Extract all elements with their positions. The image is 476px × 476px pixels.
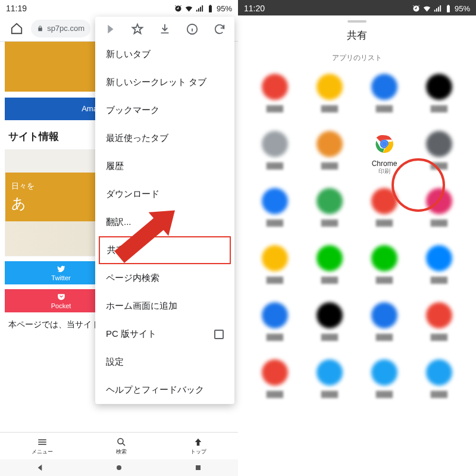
app-label: ████: [431, 331, 447, 343]
svg-rect-2: [196, 465, 201, 470]
nav-search-label: 検索: [116, 449, 127, 455]
app-label: ████: [376, 274, 393, 286]
share-target[interactable]: ████: [248, 359, 302, 400]
share-target[interactable]: ████: [412, 359, 466, 400]
annotation-circle: [392, 158, 445, 212]
app-label: ████: [376, 217, 393, 228]
pocket-label: Pocket: [51, 302, 71, 309]
share-target[interactable]: ████: [248, 188, 302, 228]
app-icon: [371, 74, 397, 100]
share-target[interactable]: ████: [302, 131, 357, 171]
app-icon: [371, 131, 397, 157]
back-icon[interactable]: [35, 463, 45, 472]
app-label: ████: [321, 159, 338, 171]
menu-help[interactable]: ヘルプとフィードバック: [95, 376, 234, 404]
nav-search[interactable]: 検索: [116, 437, 127, 456]
system-nav: [0, 459, 238, 476]
battery-icon: [444, 4, 453, 13]
sheet-subtitle: アプリのリスト: [238, 51, 476, 70]
home-pill-icon[interactable]: [114, 463, 124, 472]
battery-pct: 95%: [217, 4, 232, 13]
twitter-icon: [57, 265, 66, 273]
hamburger-icon: [37, 437, 48, 447]
menu-desktop-site[interactable]: PC 版サイト: [95, 320, 234, 348]
sheet-title: 共有: [238, 26, 476, 51]
app-icon: [426, 74, 452, 100]
app-label: ████: [321, 331, 338, 343]
share-target[interactable]: ████: [248, 245, 302, 286]
url-bar[interactable]: sp7pc.com: [31, 20, 90, 37]
share-target[interactable]: ████: [302, 74, 357, 114]
menu-new-tab[interactable]: 新しいタブ: [95, 40, 234, 68]
menu-action-row: [95, 17, 234, 40]
nav-top-label: トップ: [190, 449, 206, 455]
share-target[interactable]: ████: [302, 359, 357, 400]
menu-add-to-home[interactable]: ホーム画面に追加: [95, 292, 234, 320]
share-target[interactable]: ████: [248, 302, 302, 343]
menu-settings[interactable]: 設定: [95, 348, 234, 376]
share-sheet: 共有 アプリのリスト ████████████████████████Chrom…: [238, 15, 476, 476]
nav-menu[interactable]: メニュー: [32, 437, 53, 456]
app-label: ████: [431, 274, 447, 286]
pocket-icon: [57, 293, 66, 301]
screenshot-right: 11:20 95% 共有 アプリのリスト ███████████████████…: [238, 0, 476, 476]
app-label: ████: [267, 388, 283, 400]
nav-top[interactable]: トップ: [190, 437, 206, 456]
share-target[interactable]: ████: [302, 188, 357, 228]
share-target[interactable]: ████: [412, 302, 466, 343]
app-icon: [317, 188, 343, 214]
bottom-nav: メニュー 検索 トップ: [0, 432, 238, 459]
share-target[interactable]: ████: [357, 74, 412, 114]
app-icon: [317, 359, 343, 386]
share-target[interactable]: ████: [357, 245, 412, 286]
menu-recent-tabs[interactable]: 最近使ったタブ: [95, 124, 234, 152]
app-icon: [262, 302, 288, 328]
share-target[interactable]: ████: [248, 74, 302, 114]
signal-icon: [195, 4, 204, 13]
info-icon[interactable]: [186, 23, 199, 36]
search-icon: [116, 437, 127, 447]
card-small: 日々を: [11, 181, 35, 190]
app-icon: [426, 302, 452, 328]
app-label: ████: [431, 102, 447, 114]
share-target[interactable]: ████: [412, 74, 466, 114]
share-target[interactable]: ████: [357, 302, 412, 343]
desktop-checkbox[interactable]: [214, 330, 224, 339]
menu-find-in-page[interactable]: ページ内検索: [95, 264, 234, 292]
svg-point-1: [117, 465, 121, 470]
menu-history[interactable]: 履歴: [95, 152, 234, 180]
refresh-icon[interactable]: [213, 23, 226, 36]
star-icon[interactable]: [131, 23, 144, 36]
svg-point-7: [381, 141, 387, 146]
share-target[interactable]: ████: [302, 245, 357, 286]
recents-icon[interactable]: [193, 463, 203, 472]
twitter-label: Twitter: [51, 274, 70, 281]
app-label: Chrome印刷: [372, 159, 397, 171]
home-icon[interactable]: [6, 18, 27, 39]
app-grid: ████████████████████████Chrome印刷████████…: [238, 70, 476, 400]
download-icon[interactable]: [158, 23, 171, 36]
app-label: ████: [267, 274, 283, 286]
forward-icon[interactable]: [104, 23, 117, 36]
share-target[interactable]: ████: [412, 245, 466, 286]
lock-icon: [37, 25, 43, 32]
app-icon: [426, 245, 452, 271]
share-target[interactable]: ████: [302, 302, 357, 343]
alarm-icon: [412, 4, 421, 13]
menu-incognito[interactable]: 新しいシークレット タブ: [95, 68, 234, 96]
app-icon: [262, 188, 288, 214]
app-label: ████: [267, 217, 283, 228]
sheet-grip[interactable]: [347, 20, 367, 23]
share-target[interactable]: ████: [357, 359, 412, 400]
app-label: ████: [267, 102, 283, 114]
app-label: ████: [431, 388, 447, 400]
svg-point-0: [118, 439, 123, 444]
app-label: ████: [431, 217, 447, 228]
share-target[interactable]: ████: [248, 131, 302, 171]
app-icon: [426, 359, 452, 386]
app-icon: [317, 131, 343, 157]
app-icon: [317, 74, 343, 100]
menu-bookmarks[interactable]: ブックマーク: [95, 96, 234, 124]
screenshot-left: 11:19 95% sp7pc.com 日々を あ Amazonタイムセール サ…: [0, 0, 238, 476]
alarm-icon: [174, 4, 183, 13]
